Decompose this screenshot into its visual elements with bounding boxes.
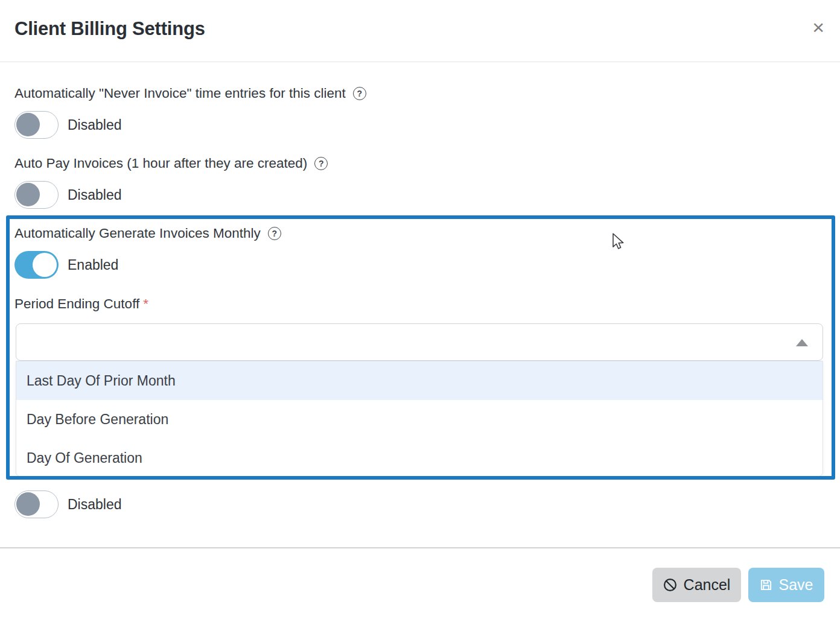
never-invoice-toggle[interactable]: [14, 111, 59, 139]
dropdown-option-last-day-prior-month[interactable]: Last Day Of Prior Month: [16, 361, 822, 400]
never-invoice-state: Disabled: [68, 117, 122, 133]
toggle-knob: [16, 492, 40, 516]
close-icon[interactable]: ×: [812, 17, 824, 37]
toggle-knob: [16, 183, 40, 206]
setting-auto-pay-label: Auto Pay Invoices (1 hour after they are…: [14, 156, 328, 171]
help-icon[interactable]: ?: [268, 227, 281, 240]
setting-never-invoice-label: Automatically "Never Invoice" time entri…: [14, 86, 366, 101]
dropdown-option-day-before-generation[interactable]: Day Before Generation: [16, 400, 822, 439]
generate-monthly-toggle[interactable]: [14, 251, 59, 279]
required-marker: *: [143, 296, 148, 311]
mouse-cursor: [611, 233, 627, 253]
header-divider: [0, 62, 840, 62]
chevron-up-icon: [796, 339, 808, 346]
save-button[interactable]: Save: [748, 568, 824, 602]
page-title: Client Billing Settings: [14, 18, 205, 40]
generate-monthly-state: Enabled: [68, 257, 118, 273]
period-cutoff-label-text: Period Ending Cutoff: [14, 296, 139, 311]
help-icon[interactable]: ?: [353, 87, 366, 100]
hidden-setting-toggle[interactable]: [14, 490, 59, 518]
cancel-button[interactable]: Cancel: [652, 568, 741, 602]
period-cutoff-select[interactable]: [16, 323, 823, 361]
footer-divider: [0, 547, 840, 548]
save-icon: [760, 579, 772, 591]
period-cutoff-dropdown: Last Day Of Prior Month Day Before Gener…: [16, 361, 823, 477]
dropdown-option-day-of-generation[interactable]: Day Of Generation: [16, 439, 822, 477]
setting-auto-pay-text: Auto Pay Invoices (1 hour after they are…: [14, 156, 307, 171]
setting-generate-monthly-text: Automatically Generate Invoices Monthly: [14, 226, 261, 241]
toggle-knob: [33, 253, 57, 277]
ban-icon: [663, 578, 677, 592]
setting-never-invoice-text: Automatically "Never Invoice" time entri…: [14, 86, 346, 101]
toggle-knob: [16, 113, 40, 136]
auto-pay-state: Disabled: [68, 187, 122, 203]
setting-generate-monthly-label: Automatically Generate Invoices Monthly …: [14, 226, 281, 241]
cancel-button-label: Cancel: [684, 576, 731, 594]
hidden-setting-state: Disabled: [68, 497, 122, 513]
auto-pay-toggle[interactable]: [14, 181, 59, 209]
period-cutoff-label: Period Ending Cutoff*: [14, 296, 148, 312]
save-button-label: Save: [779, 576, 813, 594]
help-icon[interactable]: ?: [314, 157, 328, 170]
